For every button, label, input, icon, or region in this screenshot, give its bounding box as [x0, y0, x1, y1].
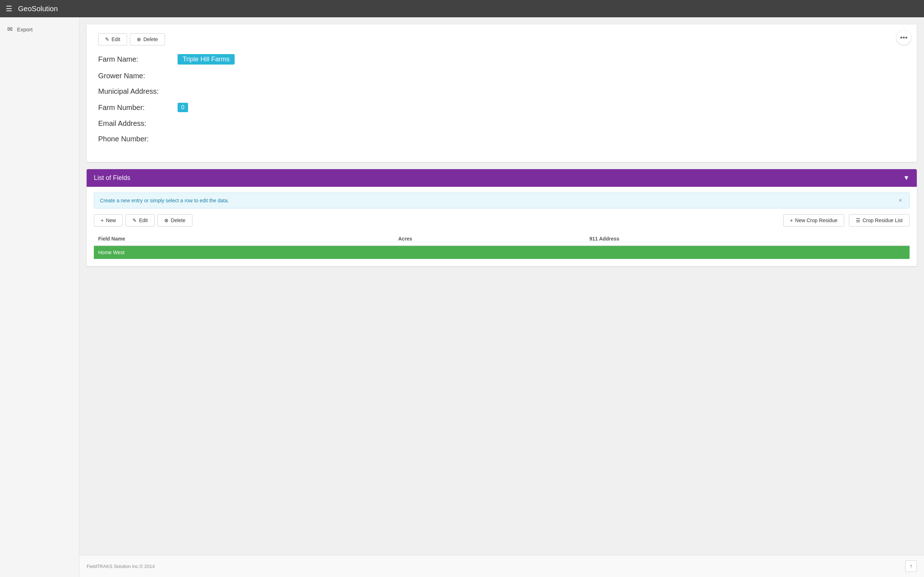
farm-name-label: Farm Name: [98, 55, 178, 63]
delete-icon: ⊗ [137, 36, 141, 42]
info-alert: Create a new entry or simply select a ro… [94, 193, 909, 208]
farm-name-value: Triple Hill Farms [178, 54, 234, 64]
crop-residue-list-button[interactable]: ☰ Crop Residue List [849, 214, 909, 226]
more-options-button[interactable]: ••• [897, 30, 911, 45]
fields-toolbar: + New ✎ Edit ⊗ Delete + New Crop [94, 214, 909, 226]
farm-details: Farm Name: Triple Hill Farms Grower Name… [98, 54, 905, 143]
scroll-top-icon: ↑ [909, 563, 913, 569]
crop-residue-list-icon: ☰ [856, 218, 861, 223]
scroll-to-top-button[interactable]: ↑ [905, 561, 917, 572]
phone-number-row: Phone Number: [98, 135, 905, 143]
fields-section-title: List of Fields [94, 174, 130, 182]
farm-number-row: Farm Number: 0 [98, 103, 905, 112]
app-title: GeoSolution [18, 5, 58, 13]
col-field-name: Field Name [94, 232, 394, 246]
farm-info-card: ✎ Edit ⊗ Delete ••• Farm Name: Triple Hi… [87, 24, 917, 162]
edit-field-icon: ✎ [132, 218, 137, 223]
sidebar: ✉ Export [0, 17, 79, 577]
more-options-icon: ••• [900, 34, 908, 42]
table-header: Field Name Acres 911 Address [94, 232, 909, 246]
footer-copyright: FieldTRAKS Solution Inc.© 2014 [87, 564, 155, 569]
footer: FieldTRAKS Solution Inc.© 2014 ↑ [79, 555, 924, 577]
alert-message: Create a new entry or simply select a ro… [100, 198, 229, 203]
email-address-row: Email Address: [98, 119, 905, 128]
fields-body: Create a new entry or simply select a ro… [87, 187, 917, 266]
new-field-button[interactable]: + New [94, 214, 123, 226]
table-body: Home West [94, 246, 909, 259]
card-topbar: ✎ Edit ⊗ Delete [98, 33, 905, 45]
delete-field-icon: ⊗ [164, 218, 168, 223]
toolbar-right: + New Crop Residue ☰ Crop Residue List [783, 214, 909, 226]
table-cell-acres [394, 246, 585, 259]
fields-section: List of Fields ▼ Create a new entry or s… [87, 169, 917, 266]
farm-number-label: Farm Number: [98, 103, 178, 112]
edit-icon: ✎ [105, 36, 109, 42]
municipal-address-row: Municipal Address: [98, 87, 905, 95]
alert-close-button[interactable]: × [897, 197, 903, 204]
table-cell-address_911 [585, 246, 909, 259]
farm-name-row: Farm Name: Triple Hill Farms [98, 54, 905, 64]
grower-name-row: Grower Name: [98, 72, 905, 80]
new-icon: + [101, 218, 103, 223]
menu-icon[interactable]: ☰ [6, 4, 12, 13]
new-crop-residue-icon: + [790, 218, 793, 223]
edit-button[interactable]: ✎ Edit [98, 33, 127, 45]
fields-header: List of Fields ▼ [87, 169, 917, 187]
farm-number-value: 0 [178, 103, 188, 112]
email-address-label: Email Address: [98, 119, 178, 128]
sidebar-item-label: Export [17, 26, 32, 32]
top-navigation: ☰ GeoSolution [0, 0, 924, 17]
sidebar-item-export[interactable]: ✉ Export [0, 20, 79, 38]
grower-name-label: Grower Name: [98, 72, 178, 80]
edit-field-button[interactable]: ✎ Edit [126, 214, 155, 226]
delete-field-button[interactable]: ⊗ Delete [157, 214, 192, 226]
phone-number-label: Phone Number: [98, 135, 178, 143]
municipal-address-label: Municipal Address: [98, 87, 178, 95]
table-cell-field_name: Home West [94, 246, 394, 259]
fields-table: Field Name Acres 911 Address Home West [94, 232, 909, 259]
delete-button[interactable]: ⊗ Delete [130, 33, 165, 45]
main-content: ✎ Edit ⊗ Delete ••• Farm Name: Triple Hi… [79, 17, 924, 577]
export-icon: ✉ [7, 25, 13, 33]
table-row[interactable]: Home West [94, 246, 909, 259]
chevron-down-icon[interactable]: ▼ [903, 174, 909, 182]
col-911-address: 911 Address [585, 232, 909, 246]
new-crop-residue-button[interactable]: + New Crop Residue [783, 214, 845, 226]
col-acres: Acres [394, 232, 585, 246]
